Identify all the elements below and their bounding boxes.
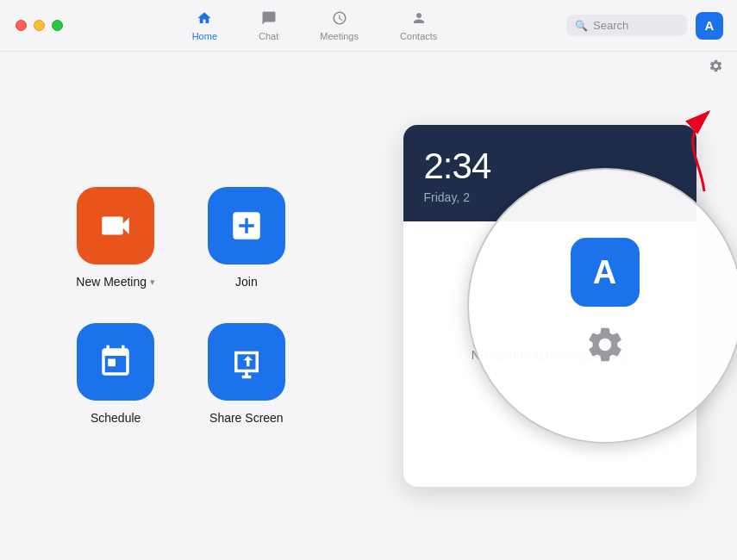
tab-home-label: Home bbox=[192, 31, 217, 41]
tab-contacts-label: Contacts bbox=[400, 31, 437, 41]
right-panel: 2:34 Friday, 2 No upcoming meetings toda… bbox=[362, 52, 737, 560]
card-time: 2:34 bbox=[424, 146, 676, 187]
minimize-button[interactable] bbox=[34, 20, 45, 31]
new-meeting-label: New Meeting ▾ bbox=[76, 275, 155, 289]
chat-icon bbox=[261, 10, 277, 28]
close-button[interactable] bbox=[16, 20, 27, 31]
schedule-label: Schedule bbox=[91, 411, 141, 425]
share-screen-item: Share Screen bbox=[207, 323, 286, 425]
meetings-icon bbox=[332, 10, 347, 28]
join-button[interactable] bbox=[208, 187, 285, 264]
titlebar: Home Chat Meetings Cont bbox=[0, 0, 737, 52]
dropdown-arrow-icon: ▾ bbox=[150, 277, 155, 288]
home-icon bbox=[197, 10, 212, 28]
card-header: 2:34 Friday, 2 bbox=[403, 125, 696, 221]
tab-home[interactable]: Home bbox=[185, 7, 224, 45]
settings-gear-button[interactable] bbox=[709, 59, 723, 77]
nav-tabs: Home Chat Meetings Cont bbox=[63, 7, 566, 45]
new-meeting-button[interactable] bbox=[77, 187, 154, 264]
no-meetings-text: No upcoming meetings today bbox=[472, 348, 628, 362]
schedule-button[interactable] bbox=[77, 323, 154, 401]
action-grid: New Meeting ▾ Join bbox=[59, 170, 303, 442]
join-label: Join bbox=[235, 275, 258, 289]
search-icon: 🔍 bbox=[575, 20, 588, 32]
maximize-button[interactable] bbox=[52, 20, 63, 31]
tab-meetings-label: Meetings bbox=[320, 31, 359, 41]
tab-chat[interactable]: Chat bbox=[252, 7, 285, 45]
meeting-card: 2:34 Friday, 2 No upcoming meetings toda… bbox=[403, 125, 696, 487]
card-body: No upcoming meetings today bbox=[403, 221, 696, 487]
avatar-button[interactable]: A bbox=[696, 12, 723, 40]
contacts-icon bbox=[411, 10, 427, 28]
schedule-item: Schedule bbox=[76, 323, 155, 425]
share-screen-label: Share Screen bbox=[209, 411, 284, 425]
new-meeting-item: New Meeting ▾ bbox=[76, 187, 155, 289]
nav-right: 🔍 Search A bbox=[566, 12, 737, 40]
traffic-lights bbox=[0, 20, 63, 31]
share-screen-button[interactable] bbox=[208, 323, 285, 401]
tab-chat-label: Chat bbox=[259, 31, 278, 41]
search-box[interactable]: 🔍 Search bbox=[566, 15, 687, 36]
main-content: New Meeting ▾ Join bbox=[0, 52, 737, 560]
left-panel: New Meeting ▾ Join bbox=[0, 52, 362, 560]
search-placeholder: Search bbox=[593, 19, 628, 32]
tab-meetings[interactable]: Meetings bbox=[313, 7, 365, 45]
tab-contacts[interactable]: Contacts bbox=[393, 7, 444, 45]
join-item: Join bbox=[207, 187, 286, 289]
card-date: Friday, 2 bbox=[424, 190, 676, 204]
